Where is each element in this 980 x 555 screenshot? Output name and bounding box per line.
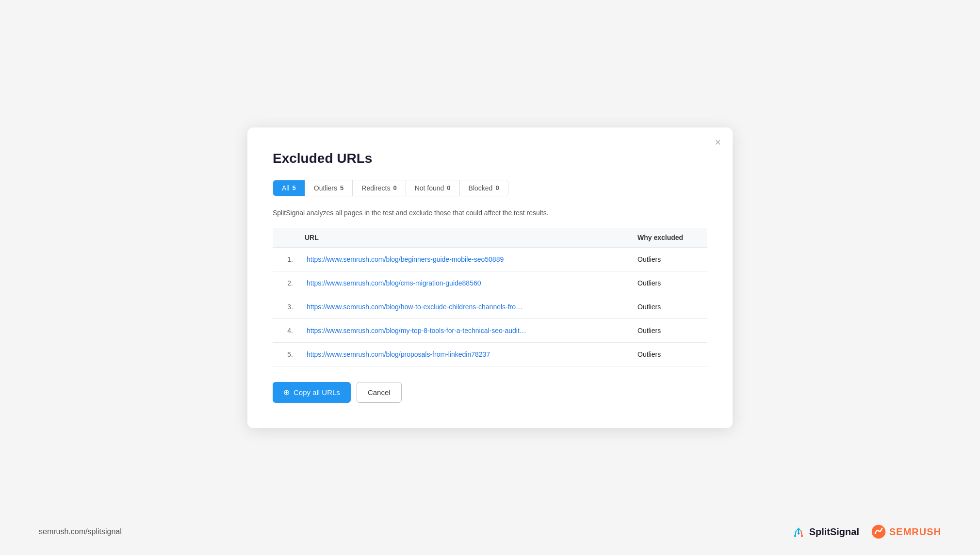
row-reason: Outliers — [630, 271, 707, 295]
semrush-logo: SEMRUSH — [871, 524, 941, 539]
tab-badge: 0 — [447, 184, 450, 191]
tab-not-found[interactable]: Not found 0 — [406, 180, 460, 196]
tab-label: Blocked — [469, 184, 493, 192]
splitsignal-icon — [792, 525, 805, 539]
row-url[interactable]: https://www.semrush.com/blog/my-top-8-to… — [297, 318, 630, 342]
tab-badge: 5 — [340, 184, 343, 191]
table-body: 1. https://www.semrush.com/blog/beginner… — [273, 247, 707, 366]
table-row: 2. https://www.semrush.com/blog/cms-migr… — [273, 271, 707, 295]
tab-badge: 0 — [393, 184, 396, 191]
tab-blocked[interactable]: Blocked 0 — [460, 180, 508, 196]
copy-icon: ⊕ — [283, 388, 290, 397]
tab-badge: 0 — [495, 184, 499, 191]
tab-label: Redirects — [361, 184, 390, 192]
row-url[interactable]: https://www.semrush.com/blog/cms-migrati… — [297, 271, 630, 295]
splitsignal-logo: SplitSignal — [792, 525, 859, 539]
svg-point-3 — [872, 525, 885, 539]
row-reason: Outliers — [630, 247, 707, 271]
row-reason: Outliers — [630, 342, 707, 366]
col-reason: Why excluded — [630, 228, 707, 248]
splitsignal-label: SplitSignal — [809, 526, 859, 538]
row-reason: Outliers — [630, 295, 707, 318]
table-row: 5. https://www.semrush.com/blog/proposal… — [273, 342, 707, 366]
row-url[interactable]: https://www.semrush.com/blog/proposals-f… — [297, 342, 630, 366]
page-wrapper: × Excluded URLs All 5Outliers 5Redirects… — [0, 0, 980, 555]
tab-outliers[interactable]: Outliers 5 — [305, 180, 353, 196]
row-url[interactable]: https://www.semrush.com/blog/beginners-g… — [297, 247, 630, 271]
modal-footer: ⊕ Copy all URLs Cancel — [273, 382, 707, 403]
col-url: URL — [297, 228, 630, 248]
semrush-label: SEMRUSH — [889, 526, 941, 538]
tab-label: All — [282, 184, 290, 192]
row-url[interactable]: https://www.semrush.com/blog/how-to-excl… — [297, 295, 630, 318]
modal-container: × Excluded URLs All 5Outliers 5Redirects… — [247, 127, 733, 428]
semrush-icon — [871, 524, 886, 539]
footer-url: semrush.com/splitsignal — [39, 527, 122, 536]
url-table: URL Why excluded 1. https://www.semrush.… — [273, 228, 707, 366]
row-index: 5. — [273, 342, 297, 366]
tab-label: Not found — [415, 184, 444, 192]
tab-redirects[interactable]: Redirects 0 — [353, 180, 406, 196]
row-index: 2. — [273, 271, 297, 295]
cancel-button[interactable]: Cancel — [357, 382, 402, 403]
row-index: 4. — [273, 318, 297, 342]
svg-point-2 — [797, 532, 799, 534]
page-footer: semrush.com/splitsignal SplitSignal — [0, 524, 980, 539]
tab-label: Outliers — [314, 184, 337, 192]
tab-all[interactable]: All 5 — [273, 180, 305, 196]
table-header: URL Why excluded — [273, 228, 707, 248]
table-row: 3. https://www.semrush.com/blog/how-to-e… — [273, 295, 707, 318]
svg-point-1 — [800, 535, 802, 537]
modal-title: Excluded URLs — [273, 151, 707, 166]
svg-point-0 — [794, 535, 796, 537]
description-text: SplitSignal analyzes all pages in the te… — [273, 208, 707, 218]
tab-badge: 5 — [293, 184, 296, 191]
row-index: 1. — [273, 247, 297, 271]
table-row: 1. https://www.semrush.com/blog/beginner… — [273, 247, 707, 271]
tab-bar: All 5Outliers 5Redirects 0Not found 0Blo… — [273, 180, 508, 196]
col-index — [273, 228, 297, 248]
copy-button-label: Copy all URLs — [294, 388, 340, 396]
copy-all-urls-button[interactable]: ⊕ Copy all URLs — [273, 382, 351, 403]
close-button[interactable]: × — [715, 137, 721, 148]
row-index: 3. — [273, 295, 297, 318]
table-row: 4. https://www.semrush.com/blog/my-top-8… — [273, 318, 707, 342]
row-reason: Outliers — [630, 318, 707, 342]
footer-logos: SplitSignal SEMRUSH — [792, 524, 941, 539]
